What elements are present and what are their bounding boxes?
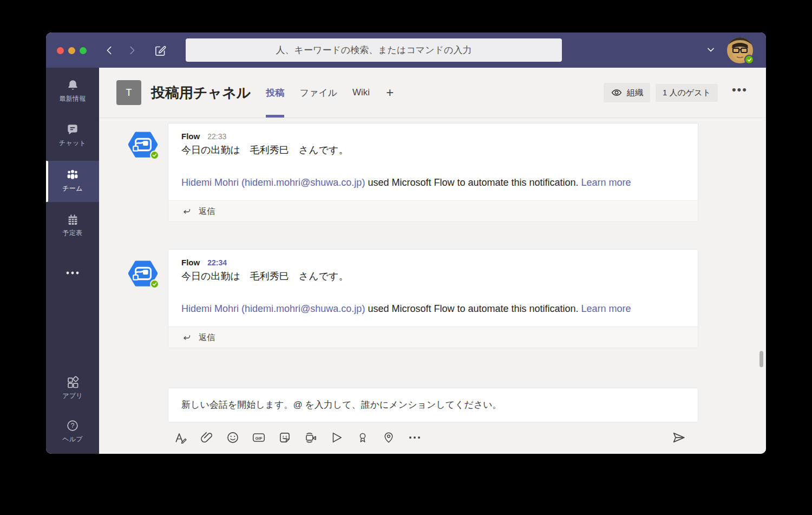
sidebar-item-chat[interactable]: チャット bbox=[46, 122, 99, 148]
reply-button[interactable]: 返信 bbox=[168, 200, 698, 221]
sticker-icon bbox=[278, 431, 292, 445]
main-row: 最新情報 チャット bbox=[46, 68, 766, 454]
chevron-right-icon bbox=[126, 44, 138, 56]
org-button-label: 組織 bbox=[627, 88, 643, 98]
gif-button[interactable]: GIF bbox=[246, 428, 272, 447]
location-button[interactable] bbox=[376, 428, 402, 447]
attach-button[interactable] bbox=[194, 428, 220, 447]
reply-button[interactable]: 返信 bbox=[168, 327, 698, 348]
sidebar-item-apps[interactable]: アプリ bbox=[46, 375, 99, 401]
sidebar-item-label: アプリ bbox=[62, 392, 83, 401]
map-pin-icon bbox=[382, 431, 395, 445]
back-button[interactable] bbox=[101, 42, 117, 58]
channel-more-button[interactable]: ••• bbox=[723, 83, 753, 102]
attribution-text: used Microsoft Flow to automate this not… bbox=[365, 177, 581, 188]
header-actions: 組織 1 人のゲスト ••• bbox=[604, 83, 753, 102]
flow-bot-avatar bbox=[128, 259, 158, 288]
sidebar-item-teams[interactable]: チーム bbox=[46, 161, 99, 202]
paperclip-icon bbox=[200, 431, 214, 445]
sidebar-more-button[interactable] bbox=[46, 265, 99, 281]
sidebar-item-calendar[interactable]: 予定表 bbox=[46, 212, 99, 238]
channel-header: T 投稿用チャネル 投稿 ファイル Wiki + bbox=[99, 68, 766, 118]
status-available-icon bbox=[150, 151, 159, 160]
status-available-icon bbox=[150, 279, 159, 289]
format-button[interactable] bbox=[168, 428, 194, 447]
new-chat-button[interactable] bbox=[152, 42, 168, 58]
status-available-icon bbox=[744, 55, 754, 64]
stream-play-icon bbox=[330, 431, 344, 445]
user-email-link[interactable]: Hidemi Mohri (hidemi.mohri@shuwa.co.jp) bbox=[181, 177, 365, 188]
reply-label: 返信 bbox=[199, 333, 215, 343]
compose-icon bbox=[153, 43, 167, 57]
minimize-window-button[interactable] bbox=[68, 47, 75, 54]
chat-icon bbox=[66, 122, 80, 137]
teams-icon bbox=[65, 167, 80, 182]
apps-icon bbox=[66, 375, 80, 390]
forward-button[interactable] bbox=[124, 42, 140, 58]
calendar-icon bbox=[66, 212, 80, 227]
scrollbar-thumb[interactable] bbox=[759, 351, 763, 367]
chevron-left-icon bbox=[103, 44, 115, 56]
help-icon: ? bbox=[66, 418, 80, 433]
meet-now-button[interactable] bbox=[298, 428, 324, 447]
teams-window: 最新情報 チャット bbox=[46, 32, 766, 454]
chevron-down-icon bbox=[705, 44, 716, 55]
compose-box bbox=[168, 388, 698, 422]
channel-title: 投稿用チャネル bbox=[151, 83, 251, 102]
praise-button[interactable] bbox=[350, 428, 376, 447]
message-text: 今日の出勤は 毛利秀巳 さんです。 bbox=[181, 270, 685, 283]
compose-toolbar: GIF bbox=[168, 427, 698, 448]
message-body: Flow 22:33 今日の出勤は 毛利秀巳 さんです。 Hidemi Mohr… bbox=[168, 123, 698, 200]
emoji-icon bbox=[226, 431, 240, 445]
message-card: Flow 22:34 今日の出勤は 毛利秀巳 さんです。 Hidemi Mohr… bbox=[168, 249, 698, 348]
zoom-window-button[interactable] bbox=[80, 47, 87, 54]
title-bar bbox=[46, 32, 766, 68]
flow-attribution: Hidemi Mohri (hidemi.mohri@shuwa.co.jp) … bbox=[181, 301, 658, 317]
traffic-lights bbox=[57, 47, 87, 54]
sidebar-item-help[interactable]: ? ヘルプ bbox=[46, 418, 99, 444]
add-tab-button[interactable]: + bbox=[386, 85, 394, 100]
learn-more-link[interactable]: Learn more bbox=[581, 177, 631, 188]
close-window-button[interactable] bbox=[57, 47, 64, 54]
new-message-input[interactable] bbox=[168, 400, 698, 410]
tab-files[interactable]: ファイル bbox=[299, 68, 337, 118]
flow-bot-avatar bbox=[128, 130, 158, 159]
guest-badge[interactable]: 1 人のゲスト bbox=[656, 84, 718, 102]
message-header: Flow 22:34 bbox=[181, 258, 685, 267]
tab-posts[interactable]: 投稿 bbox=[266, 68, 284, 118]
send-button[interactable] bbox=[666, 428, 692, 447]
reply-icon bbox=[181, 206, 192, 217]
flow-attribution: Hidemi Mohri (hidemi.mohri@shuwa.co.jp) … bbox=[181, 174, 658, 191]
avatar[interactable] bbox=[727, 37, 753, 63]
send-plane-icon bbox=[671, 430, 686, 445]
reply-label: 返信 bbox=[199, 206, 215, 217]
sticker-button[interactable] bbox=[272, 428, 298, 447]
stream-button[interactable] bbox=[324, 428, 350, 447]
reply-icon bbox=[181, 332, 192, 343]
svg-text:GIF: GIF bbox=[256, 436, 263, 441]
profile-menu-chevron[interactable] bbox=[705, 44, 716, 55]
guest-badge-label: 1 人のゲスト bbox=[663, 88, 711, 98]
search-input[interactable] bbox=[186, 38, 562, 62]
team-avatar[interactable]: T bbox=[116, 80, 141, 105]
channel-tabs: 投稿 ファイル Wiki + bbox=[266, 68, 394, 118]
ellipsis-icon bbox=[66, 265, 80, 281]
message-author: Flow bbox=[181, 258, 200, 267]
emoji-button[interactable] bbox=[220, 428, 246, 447]
compose-more-button[interactable] bbox=[402, 428, 428, 447]
attribution-text: used Microsoft Flow to automate this not… bbox=[365, 303, 581, 314]
learn-more-link[interactable]: Learn more bbox=[581, 303, 631, 314]
sidebar-item-label: 最新情報 bbox=[59, 94, 86, 103]
message-timestamp: 22:34 bbox=[207, 258, 227, 267]
sidebar-item-label: チャット bbox=[59, 139, 86, 148]
org-button[interactable]: 組織 bbox=[604, 83, 650, 102]
ellipsis-icon bbox=[408, 435, 421, 440]
user-email-link[interactable]: Hidemi Mohri (hidemi.mohri@shuwa.co.jp) bbox=[181, 303, 365, 314]
tab-wiki[interactable]: Wiki bbox=[352, 68, 370, 118]
message-body: Flow 22:34 今日の出勤は 毛利秀巳 さんです。 Hidemi Mohr… bbox=[168, 250, 698, 327]
message-timestamp: 22:33 bbox=[207, 132, 226, 141]
sidebar-item-activity[interactable]: 最新情報 bbox=[46, 77, 99, 103]
message-card: Flow 22:33 今日の出勤は 毛利秀巳 さんです。 Hidemi Mohr… bbox=[168, 123, 698, 222]
app-rail: 最新情報 チャット bbox=[46, 68, 99, 454]
sidebar-item-label: 予定表 bbox=[63, 229, 83, 238]
